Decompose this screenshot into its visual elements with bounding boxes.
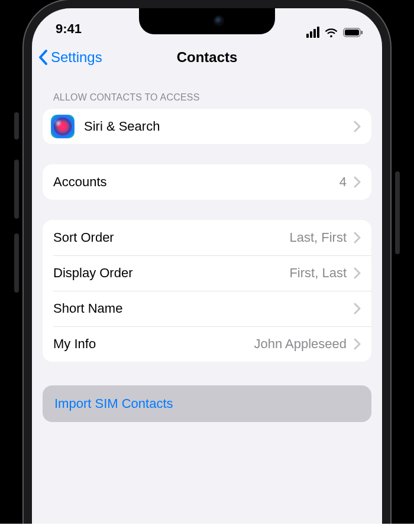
notch	[139, 7, 275, 34]
status-time: 9:41	[48, 21, 82, 39]
row-value: John Appleseed	[254, 336, 350, 352]
svg-rect-1	[345, 30, 359, 35]
back-label: Settings	[51, 49, 102, 66]
import-label: Import SIM Contacts	[54, 396, 173, 411]
chevron-right-icon	[354, 121, 361, 132]
chevron-right-icon	[354, 267, 361, 279]
hw-mute-switch	[14, 112, 19, 140]
group-preferences: Sort Order Last, First Display Order Fir…	[43, 220, 371, 362]
page-title: Contacts	[177, 49, 238, 66]
navbar: Settings Contacts	[32, 41, 382, 73]
row-my-info[interactable]: My Info John Appleseed	[43, 326, 371, 362]
row-display-order[interactable]: Display Order First, Last	[43, 255, 371, 291]
row-accounts[interactable]: Accounts 4	[43, 164, 371, 200]
front-camera	[215, 17, 223, 25]
content[interactable]: ALLOW CONTACTS TO ACCESS Siri & Search	[32, 73, 382, 532]
screen: 9:41	[32, 8, 382, 532]
hw-volume-up	[14, 160, 19, 219]
group-accounts: Accounts 4	[43, 164, 371, 200]
row-label: Display Order	[53, 265, 132, 281]
row-label: Sort Order	[53, 230, 114, 245]
chevron-left-icon	[38, 49, 50, 66]
status-icons	[306, 27, 366, 39]
row-label: Short Name	[53, 301, 122, 316]
row-label: My Info	[53, 336, 96, 352]
row-value: Last, First	[289, 230, 350, 245]
hw-volume-down	[14, 233, 19, 293]
page-edge	[0, 524, 414, 532]
chevron-right-icon	[354, 232, 361, 244]
row-short-name[interactable]: Short Name	[43, 291, 371, 326]
row-value: First, Last	[289, 265, 350, 281]
siri-icon	[51, 115, 75, 138]
stage: 9:41	[0, 0, 414, 532]
row-value: 4	[339, 174, 350, 190]
section-header-access: ALLOW CONTACTS TO ACCESS	[43, 79, 371, 109]
chevron-right-icon	[354, 338, 361, 350]
row-label: Siri & Search	[84, 119, 160, 134]
back-button[interactable]: Settings	[38, 41, 102, 73]
cellular-icon	[306, 27, 319, 38]
row-label: Accounts	[53, 174, 107, 190]
hw-side-button	[395, 171, 400, 254]
phone-frame: 9:41	[24, 0, 390, 532]
chevron-right-icon	[354, 176, 361, 188]
row-siri-search[interactable]: Siri & Search	[43, 109, 371, 144]
row-sort-order[interactable]: Sort Order Last, First	[43, 220, 371, 255]
chevron-right-icon	[354, 303, 361, 314]
import-sim-contacts-button[interactable]: Import SIM Contacts	[43, 385, 371, 422]
battery-icon	[343, 28, 363, 37]
svg-rect-2	[361, 31, 363, 34]
group-access: Siri & Search	[43, 109, 371, 144]
wifi-icon	[324, 27, 338, 38]
